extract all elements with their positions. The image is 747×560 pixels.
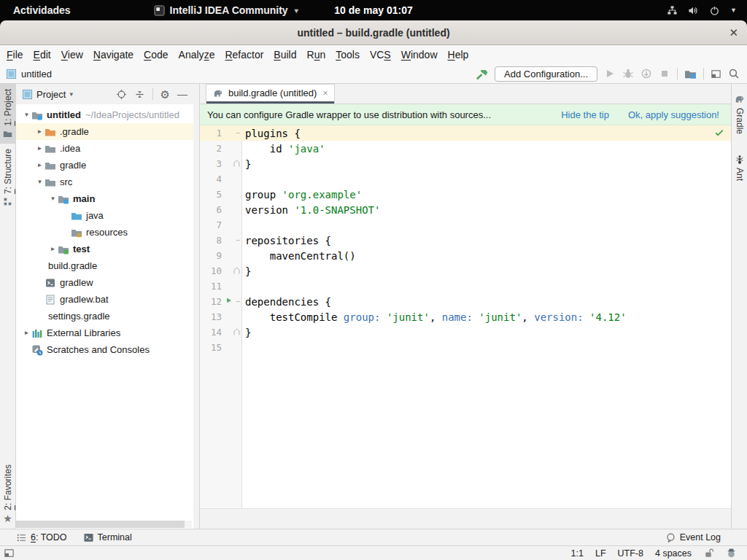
code-line-11[interactable]: 11 [200, 279, 731, 294]
apply-suggestion-link[interactable]: Ok, apply suggestion! [628, 109, 719, 120]
todo-toolwindow-button[interactable]: 6: TODO [16, 532, 67, 543]
tree-item-test[interactable]: ►test [16, 241, 193, 257]
tree-toggle-icon[interactable]: ▼ [35, 179, 44, 185]
window-titlebar[interactable]: untitled – build.gradle (untitled) ✕ [0, 20, 747, 45]
panel-splitter[interactable] [193, 84, 199, 529]
menu-run[interactable]: Run [302, 49, 331, 61]
tab-build-gradle[interactable]: build.gradle (untitled) × [206, 84, 335, 104]
tool-windows-icon[interactable] [4, 548, 15, 559]
line-separator[interactable]: LF [595, 548, 606, 559]
hector-icon[interactable] [726, 548, 737, 559]
menu-file[interactable]: File [1, 49, 28, 61]
breadcrumb[interactable]: untitled [0, 69, 52, 79]
network-icon[interactable] [667, 5, 678, 16]
fold-marker-icon[interactable]: − [236, 237, 240, 244]
clock[interactable]: 10 de may 01:07 [0, 4, 747, 16]
code-line-12[interactable]: 12−dependencies { [200, 294, 731, 309]
fold-marker-icon[interactable] [233, 328, 240, 337]
indent-size[interactable]: 4 spaces [655, 548, 692, 559]
project-structure-icon[interactable] [684, 68, 697, 80]
tree-toggle-icon[interactable]: ► [48, 246, 58, 252]
tool-windows-icon[interactable] [711, 69, 721, 79]
power-icon[interactable] [709, 5, 720, 16]
tree-item-gradle[interactable]: ►gradle [16, 157, 193, 174]
toolwindow-tab-2-favorites[interactable]: 2: Favorites★ [0, 459, 16, 529]
code-line-15[interactable]: 15 [200, 340, 731, 355]
tree-toggle-icon[interactable]: ► [35, 145, 44, 152]
fold-marker-icon[interactable]: − [236, 298, 240, 306]
tree-item-java[interactable]: java [16, 207, 193, 224]
toolwindow-tab-1-project[interactable]: 1: Project [0, 84, 16, 144]
tree-item-src[interactable]: ▼src [16, 174, 193, 190]
tree-item-main[interactable]: ▼main [16, 190, 193, 207]
code-line-9[interactable]: 9 mavenCentral() [200, 248, 731, 263]
collapse-all-icon[interactable] [134, 89, 145, 100]
menu-refactor[interactable]: Refactor [220, 49, 268, 61]
encoding[interactable]: UTF-8 [618, 548, 643, 559]
menu-vcs[interactable]: VCS [365, 49, 396, 61]
menu-window[interactable]: Window [396, 49, 443, 61]
volume-icon[interactable] [688, 5, 699, 16]
activities-button[interactable]: Actividades [0, 4, 84, 16]
tree-toggle-icon[interactable]: ▼ [48, 195, 58, 202]
fold-marker-icon[interactable]: − [236, 130, 240, 137]
tree-item-gradlew-bat[interactable]: gradlew.bat [16, 291, 193, 308]
code-line-5[interactable]: 5group 'org.example' [200, 187, 731, 202]
toolwindow-tab-ant[interactable]: Ant [732, 149, 747, 186]
code-line-4[interactable]: 4 [200, 171, 731, 187]
code-line-14[interactable]: 14} [200, 324, 731, 340]
tree-item-resources[interactable]: resources [16, 224, 193, 241]
fold-marker-icon[interactable] [233, 267, 240, 276]
checkmark-icon[interactable] [714, 128, 724, 138]
menu-build[interactable]: Build [268, 49, 301, 61]
menu-analyze[interactable]: Analyze [174, 49, 220, 61]
unlock-icon[interactable] [703, 548, 714, 559]
menu-help[interactable]: Help [443, 49, 474, 61]
fold-marker-icon[interactable] [233, 160, 240, 168]
chevron-down-icon[interactable]: ▼ [730, 7, 737, 14]
menu-tools[interactable]: Tools [330, 49, 365, 61]
window-close-button[interactable]: ✕ [729, 20, 738, 44]
tree-item--gradle[interactable]: ►.gradle [16, 123, 193, 140]
menu-code[interactable]: Code [139, 49, 173, 61]
tab-close-icon[interactable]: × [322, 88, 328, 98]
menu-edit[interactable]: Edit [28, 49, 56, 61]
tree-toggle-icon[interactable]: ► [35, 162, 44, 168]
code-line-2[interactable]: 2 id 'java' [200, 141, 731, 156]
tree-item-scratches-and-consoles[interactable]: Scratches and Consoles [16, 341, 193, 358]
tree-item--idea[interactable]: ►.idea [16, 140, 193, 157]
add-configuration-button[interactable]: Add Configuration... [495, 66, 597, 82]
code-editor[interactable]: 1−plugins {2 id 'java'3}45group 'org.exa… [200, 125, 731, 508]
code-line-6[interactable]: 6version '1.0-SNAPSHOT' [200, 202, 731, 217]
menu-navigate[interactable]: Navigate [88, 49, 139, 61]
tree-toggle-icon[interactable]: ► [22, 330, 31, 336]
toolwindow-tab-gradle[interactable]: Gradle [732, 88, 747, 139]
tree-item-gradlew[interactable]: gradlew [16, 274, 193, 291]
terminal-toolwindow-button[interactable]: Terminal [83, 532, 132, 543]
project-view-selector[interactable]: Project ▾ [22, 89, 73, 100]
hide-icon[interactable]: — [177, 89, 187, 99]
tree-item-build-gradle[interactable]: build.gradle [16, 257, 193, 274]
tree-item-untitled[interactable]: ▼untitled~/IdeaProjects/untitled [16, 106, 193, 123]
tree-toggle-icon[interactable]: ► [35, 128, 44, 135]
menu-view[interactable]: View [56, 49, 88, 61]
tree-item-settings-gradle[interactable]: settings.gradle [16, 308, 193, 324]
tree-item-external-libraries[interactable]: ►External Libraries [16, 324, 193, 341]
code-line-8[interactable]: 8−repositories { [200, 233, 731, 248]
build-hammer-icon[interactable] [475, 67, 488, 80]
toolwindow-tab-7-structure[interactable]: 7: Structure [0, 144, 16, 211]
locate-icon[interactable] [116, 89, 127, 100]
horizontal-scrollbar[interactable] [16, 521, 192, 528]
search-icon[interactable] [728, 68, 740, 79]
settings-gear-icon[interactable]: ⚙ [160, 89, 170, 100]
event-log-button[interactable]: Event Log [665, 532, 747, 543]
code-line-10[interactable]: 10} [200, 263, 731, 279]
code-line-7[interactable]: 7 [200, 217, 731, 233]
caret-position[interactable]: 1:1 [571, 548, 584, 559]
hide-tip-link[interactable]: Hide the tip [561, 109, 609, 120]
code-line-3[interactable]: 3} [200, 156, 731, 171]
tree-toggle-icon[interactable]: ▼ [22, 112, 31, 118]
app-menu-button[interactable]: IntelliJ IDEA Community ▾ [154, 4, 298, 16]
code-line-13[interactable]: 13 testCompile group: 'junit', name: 'ju… [200, 309, 731, 324]
code-line-1[interactable]: 1−plugins { [200, 125, 731, 141]
